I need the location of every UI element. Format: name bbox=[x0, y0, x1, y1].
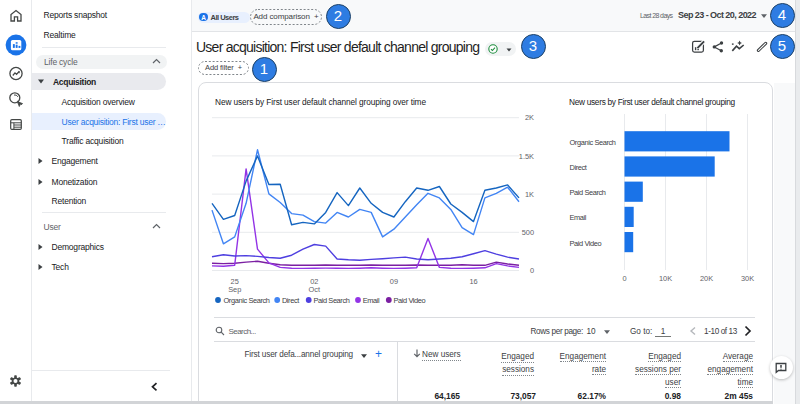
svg-text:Organic Search: Organic Search bbox=[570, 138, 616, 147]
svg-text:0: 0 bbox=[530, 266, 534, 275]
svg-text:500: 500 bbox=[522, 228, 534, 237]
svg-text:Organic Search: Organic Search bbox=[224, 296, 270, 305]
svg-text:Paid Search: Paid Search bbox=[570, 188, 606, 197]
svg-text:2K: 2K bbox=[525, 113, 534, 122]
svg-text:Direct: Direct bbox=[282, 296, 299, 305]
svg-text:30K: 30K bbox=[741, 274, 754, 283]
svg-text:Paid Search: Paid Search bbox=[313, 296, 349, 305]
svg-text:1K: 1K bbox=[525, 190, 534, 199]
svg-text:Email: Email bbox=[570, 213, 587, 222]
svg-text:Paid Video: Paid Video bbox=[394, 296, 426, 305]
svg-text:16: 16 bbox=[469, 277, 477, 286]
svg-text:Email: Email bbox=[363, 296, 380, 305]
svg-text:09: 09 bbox=[390, 277, 398, 286]
svg-text:Paid Video: Paid Video bbox=[570, 239, 602, 248]
svg-text:0: 0 bbox=[622, 274, 626, 283]
svg-text:Oct: Oct bbox=[309, 285, 321, 294]
svg-text:Sep: Sep bbox=[228, 285, 241, 294]
svg-text:Direct: Direct bbox=[570, 163, 587, 172]
svg-text:1.5K: 1.5K bbox=[519, 152, 534, 161]
svg-text:10K: 10K bbox=[659, 274, 672, 283]
svg-text:20K: 20K bbox=[700, 274, 713, 283]
